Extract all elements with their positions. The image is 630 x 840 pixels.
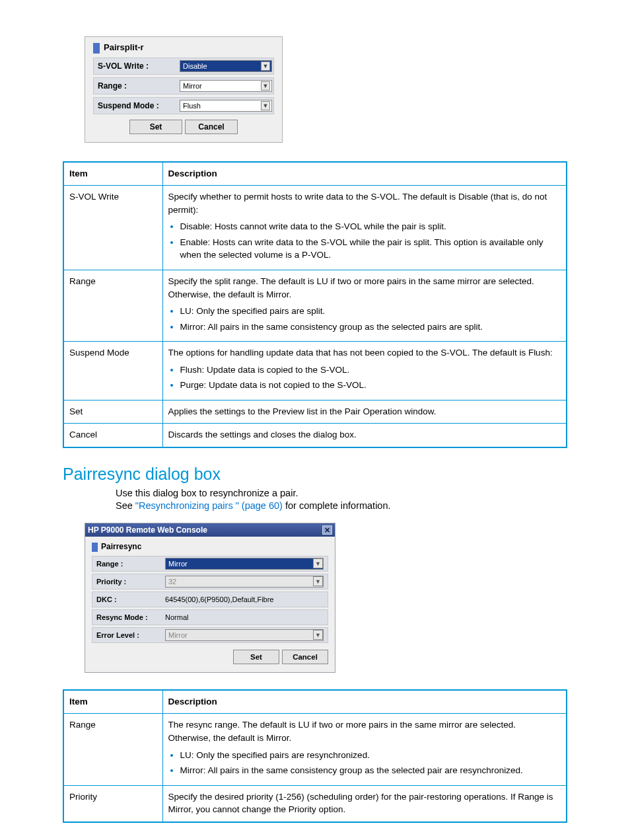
table-row: Range Specify the split range. The defau… <box>63 270 567 341</box>
list-item: Enable: Hosts can write data to the S-VO… <box>180 236 561 262</box>
cell-desc: The resync range. The default is LU if t… <box>162 714 567 785</box>
desc-list: Flush: Update data is copied to the S-VO… <box>168 363 561 392</box>
set-button[interactable]: Set <box>233 650 279 664</box>
suspend-mode-label: Suspend Mode : <box>94 101 180 110</box>
table-row: Suspend Mode The options for handling up… <box>63 342 567 401</box>
cell-item: Suspend Mode <box>63 342 162 401</box>
table-row: Range The resync range. The default is L… <box>63 714 567 785</box>
desc-list: Disable: Hosts cannot write data to the … <box>168 220 561 262</box>
cell-desc: Specify the split range. The default is … <box>162 270 567 341</box>
cell-desc: Discards the settings and closes the dia… <box>162 424 567 447</box>
desc-list: LU: Only the specified pairs are split. … <box>168 305 561 333</box>
range-select[interactable]: Mirror ▼ <box>165 558 324 570</box>
dialog-buttons: Set Cancel <box>93 120 274 134</box>
panel-title: Pairresync <box>92 542 328 552</box>
desc-text: The resync range. The default is LU if t… <box>168 720 516 743</box>
chevron-down-icon: ▼ <box>261 101 270 110</box>
table-row: S-VOL Write Specify whether to permit ho… <box>63 186 567 270</box>
dkc-value: 64545(00),6(P9500),Default,Fibre <box>165 595 328 603</box>
cancel-button[interactable]: Cancel <box>185 120 238 134</box>
desc-text: Specify whether to permit hosts to write… <box>168 192 547 215</box>
table-row: Priority Specify the desired priority (1… <box>63 785 567 822</box>
chevron-down-icon: ▼ <box>261 81 270 91</box>
table-row: Set Applies the settings to the Preview … <box>63 400 567 424</box>
list-item: Disable: Hosts cannot write data to the … <box>180 220 561 233</box>
error-level-value: Mirror <box>168 631 188 639</box>
desc-list: LU: Only the specified pairs are resynch… <box>168 749 561 777</box>
cell-item: Cancel <box>63 424 162 447</box>
text-fragment: See <box>116 500 135 511</box>
set-button[interactable]: Set <box>129 120 182 134</box>
range-select[interactable]: Mirror ▼ <box>180 80 272 92</box>
range-row: Range : Mirror ▼ <box>92 556 328 572</box>
cell-desc: The options for handling update data tha… <box>162 342 567 401</box>
resync-mode-value: Normal <box>165 613 328 621</box>
svol-write-value: Disable <box>183 62 207 70</box>
range-value: Mirror <box>183 82 202 90</box>
suspend-mode-value: Flush <box>183 102 201 110</box>
cell-item: Set <box>63 400 162 424</box>
cell-item: Range <box>63 714 162 785</box>
list-item: Flush: Update data is copied to the S-VO… <box>180 363 561 377</box>
panel-title-text: Pairresync <box>101 542 141 551</box>
suspend-mode-select[interactable]: Flush ▼ <box>180 100 272 112</box>
cell-desc: Specify whether to permit hosts to write… <box>162 186 567 270</box>
dialog-title: Pairsplit-r <box>93 42 274 54</box>
close-icon[interactable]: ✕ <box>322 525 332 535</box>
resync-pairs-link[interactable]: "Resynchronizing pairs " (page 60) <box>135 500 283 511</box>
svol-write-select[interactable]: Disable ▼ <box>180 60 272 72</box>
pairsplit-description-table: Item Description S-VOL Write Specify whe… <box>63 161 567 448</box>
svol-write-row: S-VOL Write : Disable ▼ <box>93 57 274 75</box>
range-value: Mirror <box>168 560 188 568</box>
resync-mode-label: Resync Mode : <box>92 613 165 621</box>
dialog-buttons: Set Cancel <box>92 650 328 664</box>
title-bar-accent <box>93 43 100 54</box>
svol-write-label: S-VOL Write : <box>94 61 180 71</box>
titlebar-text: HP P9000 Remote Web Console <box>88 525 207 535</box>
section-heading: Pairresync dialog box <box>63 465 567 484</box>
error-level-label: Error Level : <box>92 631 165 639</box>
list-item: Purge: Update data is not copied to the … <box>180 379 561 392</box>
list-item: Mirror: All pairs in the same consistenc… <box>180 321 561 334</box>
error-level-select[interactable]: Mirror ▼ <box>165 629 324 641</box>
cell-item: Range <box>63 270 162 341</box>
range-label: Range : <box>92 560 165 568</box>
text-fragment: for complete information. <box>283 500 391 511</box>
cell-item: S-VOL Write <box>63 186 162 270</box>
cell-item: Priority <box>63 785 162 822</box>
list-item: LU: Only the specified pairs are resynch… <box>180 749 561 762</box>
dkc-label: DKC : <box>92 595 165 603</box>
col-desc: Description <box>162 690 567 714</box>
resync-mode-row: Resync Mode : Normal <box>92 609 328 625</box>
title-bar-accent <box>92 543 98 552</box>
chevron-down-icon: ▼ <box>313 630 323 640</box>
col-desc: Description <box>162 162 567 186</box>
section-text: See "Resynchronizing pairs " (page 60) f… <box>116 500 567 511</box>
priority-select[interactable]: 32 ▼ <box>165 576 324 588</box>
cell-desc: Applies the settings to the Preview list… <box>162 400 567 424</box>
desc-text: The options for handling update data tha… <box>168 348 553 358</box>
dialog-titlebar: HP P9000 Remote Web Console ✕ <box>85 523 335 537</box>
chevron-down-icon: ▼ <box>261 61 270 71</box>
cell-desc: Specify the desired priority (1-256) (sc… <box>162 785 567 822</box>
col-item: Item <box>63 162 162 186</box>
section-text: Use this dialog box to resynchronize a p… <box>116 488 567 498</box>
priority-label: Priority : <box>92 578 165 586</box>
pairresync-description-table: Item Description Range The resync range.… <box>63 689 567 823</box>
priority-row: Priority : 32 ▼ <box>92 574 328 590</box>
cancel-button[interactable]: Cancel <box>282 650 328 664</box>
table-row: Cancel Discards the settings and closes … <box>63 424 567 447</box>
range-row: Range : Mirror ▼ <box>93 77 274 95</box>
list-item: LU: Only the specified pairs are split. <box>180 305 561 318</box>
desc-text: Specify the split range. The default is … <box>168 276 534 299</box>
error-level-row: Error Level : Mirror ▼ <box>92 627 328 643</box>
col-item: Item <box>63 690 162 714</box>
pairsplit-dialog: Pairsplit-r S-VOL Write : Disable ▼ Rang… <box>85 36 283 143</box>
chevron-down-icon: ▼ <box>313 576 323 586</box>
priority-value: 32 <box>168 578 176 586</box>
suspend-mode-row: Suspend Mode : Flush ▼ <box>93 97 274 114</box>
list-item: Mirror: All pairs in the same consistenc… <box>180 764 561 777</box>
dialog-title-text: Pairsplit-r <box>104 42 144 52</box>
dkc-row: DKC : 64545(00),6(P9500),Default,Fibre <box>92 592 328 607</box>
pairresync-dialog: HP P9000 Remote Web Console ✕ Pairresync… <box>85 523 335 673</box>
